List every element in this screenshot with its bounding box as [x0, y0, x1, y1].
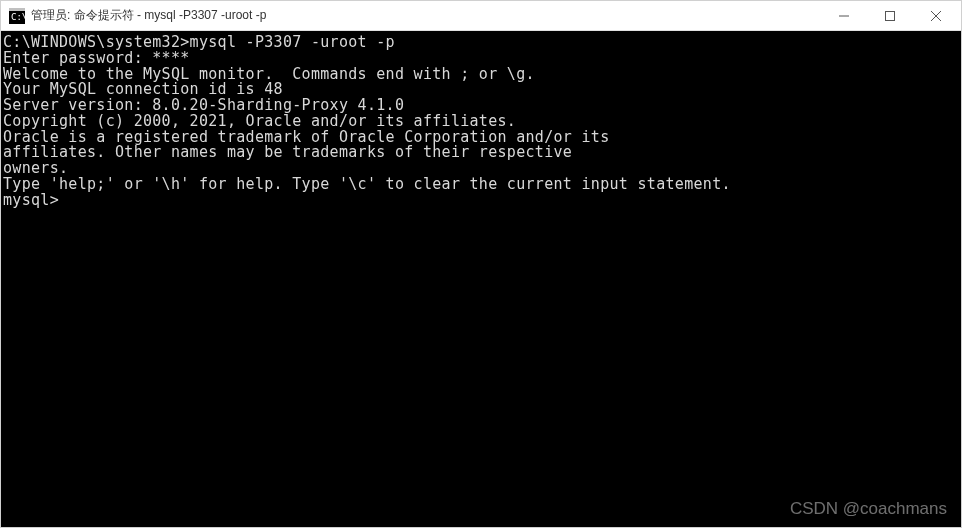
window-controls — [821, 1, 959, 30]
window-titlebar: C:\ 管理员: 命令提示符 - mysql -P3307 -uroot -p — [1, 1, 961, 31]
terminal-area[interactable]: C:\WINDOWS\system32>mysql -P3307 -uroot … — [1, 31, 961, 527]
svg-text:C:\: C:\ — [11, 12, 25, 22]
terminal-output: C:\WINDOWS\system32>mysql -P3307 -uroot … — [3, 35, 959, 208]
svg-rect-1 — [9, 8, 25, 11]
window-title: 管理员: 命令提示符 - mysql -P3307 -uroot -p — [31, 7, 821, 24]
terminal-prompt: mysql> — [3, 193, 959, 209]
terminal-line: affiliates. Other names may be trademark… — [3, 145, 959, 161]
terminal-line: Type 'help;' or '\h' for help. Type '\c'… — [3, 177, 959, 193]
close-button[interactable] — [913, 1, 959, 30]
watermark-text: CSDN @coachmans — [790, 499, 947, 519]
maximize-button[interactable] — [867, 1, 913, 30]
cmd-icon: C:\ — [9, 8, 25, 24]
svg-rect-4 — [886, 11, 895, 20]
minimize-button[interactable] — [821, 1, 867, 30]
